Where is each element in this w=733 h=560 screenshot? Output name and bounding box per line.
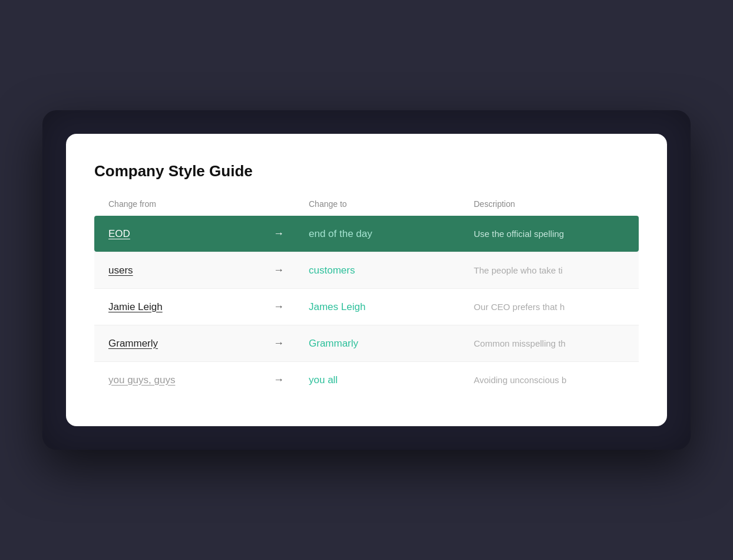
table-header: Change from Change to Description <box>94 199 639 216</box>
description-users: The people who take ti <box>474 265 625 275</box>
table-row[interactable]: EOD → end of the day Use the official sp… <box>94 216 639 252</box>
change-from-eod: EOD <box>108 228 273 240</box>
header-change-from: Change from <box>108 199 273 209</box>
card: Company Style Guide Change from Change t… <box>66 134 667 426</box>
change-from-users: users <box>108 265 273 276</box>
change-to-jamie: James Leigh <box>309 301 474 313</box>
table-row[interactable]: Grammerly → Grammarly Common misspelling… <box>94 325 639 361</box>
arrow-icon-youguys: → <box>273 374 309 386</box>
arrow-icon-users: → <box>273 264 309 276</box>
change-to-youguys: you all <box>309 374 474 386</box>
arrow-icon-jamie: → <box>273 301 309 313</box>
table-row[interactable]: you guys, guys → you all Avoiding uncons… <box>94 361 639 398</box>
change-from-grammerly: Grammerly <box>108 338 273 350</box>
table-row[interactable]: users → customers The people who take ti <box>94 252 639 288</box>
change-from-youguys: you guys, guys <box>108 374 273 386</box>
change-from-jamie: Jamie Leigh <box>108 301 273 313</box>
arrow-icon-grammerly: → <box>273 337 309 350</box>
change-to-grammerly: Grammarly <box>309 338 474 350</box>
style-guide-table: Change from Change to Description EOD → … <box>94 199 639 398</box>
description-grammerly: Common misspelling th <box>474 338 625 348</box>
page-title: Company Style Guide <box>94 162 639 180</box>
arrow-icon-eod: → <box>273 228 309 240</box>
change-to-users: customers <box>309 265 474 276</box>
change-to-eod: end of the day <box>309 228 474 240</box>
description-jamie: Our CEO prefers that h <box>474 302 625 312</box>
header-description: Description <box>474 199 625 209</box>
header-arrow <box>273 199 309 209</box>
description-eod: Use the official spelling <box>474 229 625 239</box>
header-change-to: Change to <box>309 199 474 209</box>
outer-container: Company Style Guide Change from Change t… <box>42 110 691 450</box>
table-row[interactable]: Jamie Leigh → James Leigh Our CEO prefer… <box>94 288 639 325</box>
description-youguys: Avoiding unconscious b <box>474 375 625 385</box>
